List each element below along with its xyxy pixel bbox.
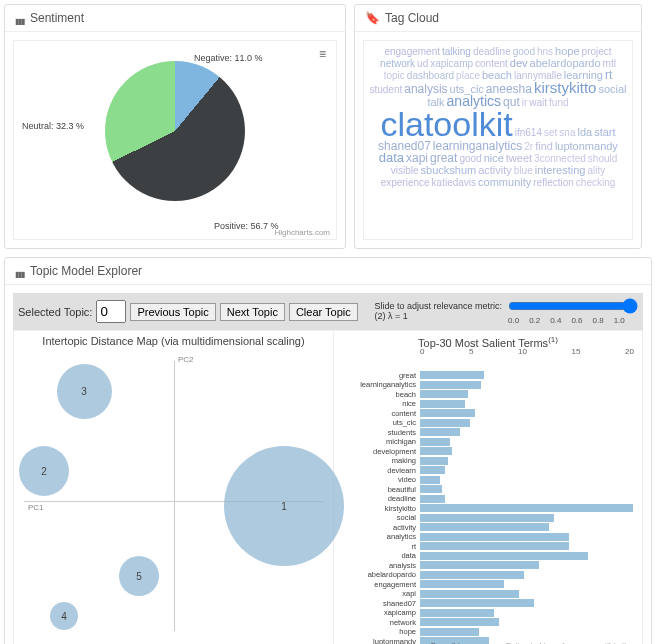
- tag-word[interactable]: project: [582, 47, 612, 57]
- tag-word[interactable]: should: [588, 154, 617, 164]
- selected-topic-input[interactable]: [96, 300, 126, 323]
- term-bar[interactable]: [420, 495, 445, 503]
- tag-word[interactable]: sna: [559, 128, 575, 138]
- tag-word[interactable]: xapi: [406, 152, 428, 164]
- tag-word[interactable]: kirstykitto: [534, 80, 597, 95]
- tag-word[interactable]: nice: [484, 153, 504, 164]
- tag-word[interactable]: find: [535, 141, 553, 152]
- tag-word[interactable]: reflection: [533, 178, 574, 188]
- tag-word[interactable]: blue: [514, 166, 533, 176]
- previous-topic-button[interactable]: Previous Topic: [130, 303, 215, 321]
- clear-topic-button[interactable]: Clear Topic: [289, 303, 358, 321]
- tag-word[interactable]: start: [594, 127, 615, 138]
- term-bar[interactable]: [420, 533, 569, 541]
- term-bar[interactable]: [420, 457, 448, 465]
- term-bar[interactable]: [420, 561, 539, 569]
- tag-word[interactable]: engagement: [384, 47, 440, 57]
- term-bar[interactable]: [420, 381, 481, 389]
- tag-word[interactable]: data: [379, 151, 404, 164]
- highcharts-credit[interactable]: Highcharts.com: [274, 228, 330, 237]
- tag-word[interactable]: tweet: [506, 153, 532, 164]
- term-bar[interactable]: [420, 476, 440, 484]
- next-topic-button[interactable]: Next Topic: [220, 303, 285, 321]
- term-bar[interactable]: [420, 504, 633, 512]
- tag-word[interactable]: network: [380, 59, 415, 69]
- tag-word[interactable]: topic: [384, 71, 405, 81]
- tag-word[interactable]: sbuckshum: [421, 165, 477, 176]
- tag-word[interactable]: set: [544, 128, 557, 138]
- tag-word[interactable]: dashboard: [407, 71, 454, 81]
- tag-word[interactable]: ifn614: [515, 128, 542, 138]
- tag-word[interactable]: good: [459, 154, 481, 164]
- term-label: content: [338, 409, 420, 418]
- term-bar[interactable]: [420, 571, 524, 579]
- term-bar[interactable]: [420, 618, 499, 626]
- tag-word[interactable]: place: [456, 71, 480, 81]
- term-row: great: [338, 371, 638, 380]
- tag-word[interactable]: community: [478, 177, 531, 188]
- term-bar[interactable]: [420, 447, 452, 455]
- term-bar[interactable]: [420, 514, 554, 522]
- tag-word[interactable]: wait: [529, 98, 547, 108]
- tag-word[interactable]: dev: [510, 58, 528, 69]
- tag-word[interactable]: activity: [478, 165, 512, 176]
- tag-word[interactable]: clatoolkit: [380, 107, 512, 141]
- tag-word[interactable]: great: [430, 152, 457, 164]
- term-bar[interactable]: [420, 371, 484, 379]
- term-bar[interactable]: [420, 628, 479, 636]
- tag-word[interactable]: beach: [482, 70, 512, 81]
- chart-menu-icon[interactable]: ≡: [319, 47, 326, 61]
- tag-word[interactable]: rt: [605, 69, 612, 81]
- tag-word[interactable]: luptonmandy: [555, 141, 618, 152]
- topic-bubble-5[interactable]: 5: [119, 556, 159, 596]
- term-bar[interactable]: [420, 609, 494, 617]
- axis-v: [174, 361, 175, 631]
- tag-word[interactable]: hope: [555, 46, 579, 57]
- tag-word[interactable]: ality: [587, 166, 605, 176]
- term-bar[interactable]: [420, 542, 569, 550]
- tag-word[interactable]: good: [513, 47, 535, 57]
- tag-word[interactable]: analysis: [404, 83, 447, 95]
- tag-word[interactable]: social: [598, 84, 626, 95]
- tag-word[interactable]: ud: [417, 59, 428, 69]
- term-bar[interactable]: [420, 419, 470, 427]
- tag-word[interactable]: content: [475, 59, 508, 69]
- tag-word[interactable]: deadline: [473, 47, 511, 57]
- tag-word[interactable]: checking: [576, 178, 615, 188]
- relevance-slider[interactable]: [508, 298, 638, 314]
- term-label: rt: [338, 542, 420, 551]
- term-bar[interactable]: [420, 400, 465, 408]
- bar-chart-icon: [15, 266, 25, 276]
- term-label: beautiful: [338, 485, 420, 494]
- term-bar[interactable]: [420, 438, 450, 446]
- term-bar[interactable]: [420, 485, 442, 493]
- tag-word[interactable]: xapicamp: [430, 59, 473, 69]
- topic-bubble-4[interactable]: 4: [50, 602, 78, 630]
- term-bar[interactable]: [420, 523, 549, 531]
- tag-word[interactable]: visible: [391, 166, 419, 176]
- term-bar[interactable]: [420, 428, 460, 436]
- tag-word[interactable]: ir: [522, 98, 528, 108]
- tag-word[interactable]: talking: [442, 47, 471, 57]
- label-negative: Negative: 11.0 %: [194, 53, 263, 63]
- term-bar[interactable]: [420, 409, 475, 417]
- tag-word[interactable]: interesting: [535, 165, 586, 176]
- tag-word[interactable]: 3connected: [534, 154, 586, 164]
- topic-bubble-1[interactable]: 1: [224, 446, 344, 566]
- term-bar[interactable]: [420, 466, 445, 474]
- term-bar[interactable]: [420, 599, 534, 607]
- topic-bubble-2[interactable]: 2: [19, 446, 69, 496]
- tag-word[interactable]: fund: [549, 98, 568, 108]
- tag-word[interactable]: abelardopardo: [530, 58, 601, 69]
- term-bar[interactable]: [420, 580, 504, 588]
- term-bar[interactable]: [420, 390, 468, 398]
- topic-bubble-3[interactable]: 3: [57, 364, 112, 419]
- term-bar[interactable]: [420, 590, 519, 598]
- tag-word[interactable]: experience: [381, 178, 430, 188]
- tag-word[interactable]: student: [369, 85, 402, 95]
- term-bar[interactable]: [420, 552, 588, 560]
- tag-word[interactable]: katiedavis: [432, 178, 476, 188]
- tag-word[interactable]: 2r: [524, 142, 533, 152]
- tag-word[interactable]: hns: [537, 47, 553, 57]
- tag-word[interactable]: lda: [577, 127, 592, 138]
